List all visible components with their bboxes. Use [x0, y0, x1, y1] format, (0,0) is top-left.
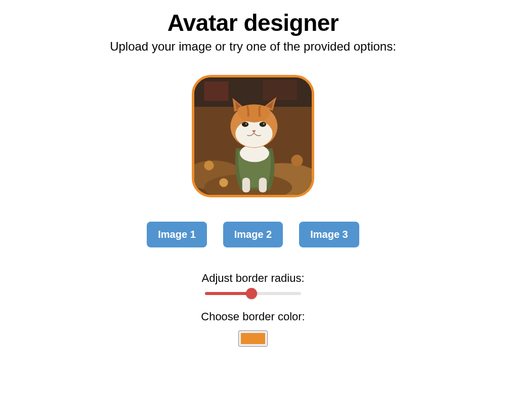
svg-point-13 — [242, 122, 249, 127]
svg-point-8 — [291, 155, 303, 166]
border-radius-slider[interactable] — [205, 292, 301, 295]
svg-point-15 — [245, 123, 247, 124]
svg-point-16 — [263, 123, 265, 124]
svg-rect-18 — [259, 178, 267, 192]
border-color-label: Choose border color: — [201, 310, 305, 323]
border-color-control: Choose border color: — [201, 310, 305, 347]
svg-rect-17 — [242, 178, 250, 192]
image-3-button[interactable]: Image 3 — [299, 222, 359, 247]
avatar-preview — [192, 75, 314, 197]
svg-rect-3 — [263, 80, 297, 101]
image-button-row: Image 1 Image 2 Image 3 — [147, 222, 359, 247]
border-radius-label: Adjust border radius: — [202, 272, 305, 285]
border-radius-control: Adjust border radius: — [202, 272, 305, 295]
svg-point-14 — [260, 122, 267, 127]
border-color-input[interactable] — [238, 330, 268, 347]
svg-point-7 — [204, 160, 214, 170]
svg-point-9 — [219, 178, 228, 187]
image-2-button[interactable]: Image 2 — [223, 222, 283, 247]
image-1-button[interactable]: Image 1 — [147, 222, 206, 247]
svg-rect-2 — [204, 81, 228, 101]
color-swatch — [241, 333, 265, 344]
avatar-image — [194, 77, 312, 195]
page-subtitle: Upload your image or try one of the prov… — [110, 39, 396, 54]
page-title: Avatar designer — [167, 9, 339, 36]
